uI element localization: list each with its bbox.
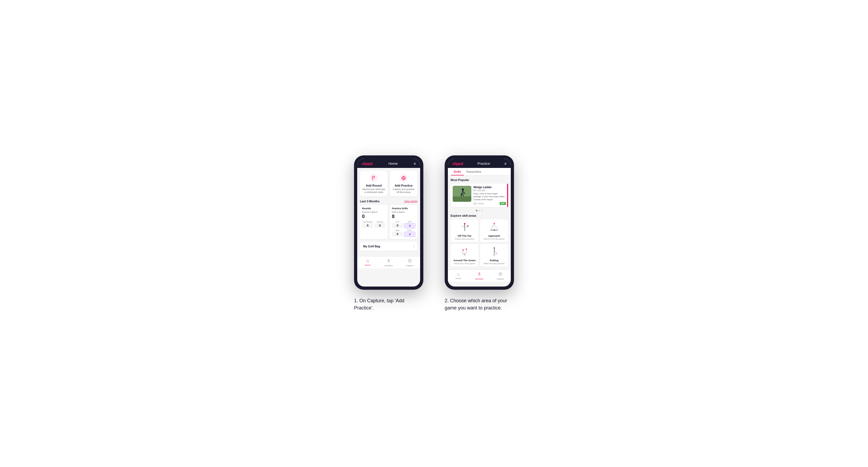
tournament-value: 0 — [362, 223, 373, 228]
rounds-grid: Tournament 0 Practice 0 — [362, 221, 385, 228]
svg-point-20 — [496, 253, 497, 254]
drill-info: Wedge Ladder 50–100 yds Play 1 shot at e… — [473, 186, 506, 205]
drills-box: Practice Drills Drills Capture 8 OTT 0 A… — [390, 205, 417, 239]
phone2-topbar: clippd Practice ≡ — [448, 159, 511, 168]
skill-card-off-the-tee[interactable]: Off The Tee Power and accuracy — [451, 219, 478, 242]
app-value: 4 — [404, 223, 415, 228]
nav-activities[interactable]: Activities — [378, 256, 399, 269]
capture2-label: Capture — [496, 278, 504, 280]
add-round-icon — [370, 174, 378, 182]
svg-point-0 — [372, 180, 373, 180]
golf-bag-row[interactable]: My Golf Bag › — [360, 242, 417, 251]
drill-footer: 9 shots APP — [473, 202, 506, 205]
home-label: Home — [365, 264, 371, 266]
ott-cell: OTT 0 — [392, 221, 403, 228]
arg-value: 0 — [392, 231, 403, 237]
drills-capture-label: Drills Capture — [392, 211, 415, 213]
capture2-svg-icon — [498, 272, 502, 276]
phone2-screen: clippd Practice ≡ Drills Favourites Most… — [448, 159, 511, 286]
activities2-svg-icon — [477, 272, 482, 276]
svg-point-15 — [462, 249, 463, 251]
ott-label: OTT — [392, 221, 403, 223]
capture2-icon — [498, 272, 502, 277]
drill-badge: APP — [500, 202, 506, 205]
svg-point-3 — [389, 259, 389, 260]
practice-tabs: Drills Favourites — [448, 168, 511, 176]
add-practice-icon — [399, 174, 408, 182]
dot-1 — [476, 210, 477, 211]
action-cards-row: Add Round Record your shots fast or enha… — [360, 170, 417, 196]
golf-bag-label: My Golf Bag — [363, 245, 380, 248]
putt-value: 4 — [404, 231, 415, 237]
app-label: APP — [404, 221, 415, 223]
svg-point-18 — [493, 248, 495, 249]
most-popular-heading: Most Popular — [451, 178, 508, 182]
tournament-cell: Tournament 0 — [362, 221, 373, 228]
drills-capture-value: 8 — [392, 214, 415, 219]
dot-2 — [478, 210, 480, 211]
practice-cell: Practice 0 — [374, 221, 385, 228]
svg-point-13 — [493, 229, 495, 230]
skill-ott-desc: Power and accuracy — [455, 238, 474, 240]
svg-point-16 — [465, 249, 467, 250]
skill-card-approach[interactable]: Approach Dial-in to hit the green — [480, 219, 508, 242]
add-practice-card[interactable]: Add Practice Capture your practice off-t… — [390, 170, 417, 196]
card-border-bar — [507, 184, 508, 207]
skill-atg-title: Around The Green — [454, 259, 475, 262]
golf-bag-chevron-icon: › — [413, 244, 414, 248]
drill-yardage: 50–100 yds — [473, 189, 506, 192]
skill-card-atg[interactable]: Around The Green Hone your short game — [451, 244, 478, 267]
phone2-caption: 2. Choose which area of your game you wa… — [445, 297, 514, 312]
phone2-menu-icon[interactable]: ≡ — [504, 161, 506, 166]
nav2-activities[interactable]: Activities — [469, 270, 490, 282]
skill-approach-title: Approach — [488, 234, 500, 237]
svg-point-7 — [462, 188, 464, 191]
drill-image — [453, 186, 471, 202]
add-round-desc: Record your shots fast or enhanced mode — [362, 188, 385, 194]
drill-desc: Play 1 shot at each target yardage. If y… — [473, 192, 506, 201]
phone1-logo: clippd — [362, 161, 372, 166]
skill-putting-desc: Make and lag practice — [484, 262, 504, 265]
view-activity-link[interactable]: View Activity — [404, 200, 417, 203]
add-round-card[interactable]: Add Round Record your shots fast or enha… — [360, 170, 388, 196]
off-the-tee-icon — [459, 221, 470, 233]
home2-label: Home — [456, 277, 461, 280]
arg-cell: ARG 0 — [392, 229, 403, 237]
svg-point-2 — [403, 177, 404, 179]
arg-label: ARG — [392, 229, 403, 231]
tab-drills[interactable]: Drills — [451, 168, 464, 176]
skill-card-putting[interactable]: Putting Make and lag practice — [480, 244, 508, 267]
activities-label: Activities — [384, 264, 393, 267]
app-cell: APP 4 — [404, 221, 415, 228]
add-round-title: Add Round — [366, 184, 381, 187]
skill-atg-desc: Hone your short game — [454, 262, 475, 265]
dot-3 — [481, 210, 483, 211]
drill-image-svg — [453, 186, 471, 202]
nav-capture[interactable]: Capture — [399, 256, 420, 269]
phone1-menu-icon[interactable]: ≡ — [414, 161, 416, 166]
dots-indicator — [451, 210, 508, 211]
last-months-label: Last 3 Months — [360, 200, 380, 203]
phone1-title: Home — [389, 161, 398, 165]
drill-card-wedge-ladder[interactable]: Wedge Ladder 50–100 yds Play 1 shot at e… — [451, 184, 508, 207]
nav-home[interactable]: ⌂ Home — [357, 256, 378, 269]
rounds-capture-value: 0 — [362, 214, 385, 219]
phone2-frame: clippd Practice ≡ Drills Favourites Most… — [445, 155, 514, 290]
home2-icon: ⌂ — [457, 272, 460, 277]
activities2-label: Activities — [475, 278, 484, 280]
page-container: clippd Home ≡ — [354, 155, 514, 312]
tab-favourites[interactable]: Favourites — [464, 168, 484, 176]
rounds-box: Rounds Rounds Capture 0 Tournament 0 Pra… — [360, 205, 388, 239]
last-months-header: Last 3 Months View Activity — [360, 200, 417, 203]
skill-ott-title: Off The Tee — [458, 234, 472, 237]
capture-label: Capture — [406, 264, 413, 267]
nav2-home[interactable]: ⌂ Home — [448, 270, 469, 282]
phone1-body: Add Round Record your shots fast or enha… — [357, 168, 420, 256]
tournament-label: Tournament — [362, 221, 373, 223]
add-practice-desc: Capture your practice off-the-course — [392, 188, 415, 194]
svg-point-21 — [479, 272, 480, 273]
phone2-section: clippd Practice ≡ Drills Favourites Most… — [445, 155, 514, 312]
svg-rect-6 — [453, 196, 471, 202]
star-icon[interactable]: ☆ — [503, 186, 506, 189]
nav2-capture[interactable]: Capture — [490, 270, 511, 282]
